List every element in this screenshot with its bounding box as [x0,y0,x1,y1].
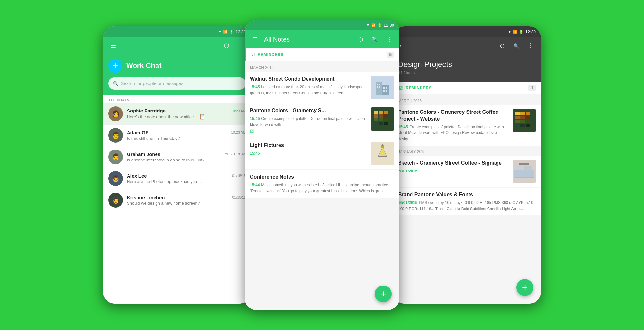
svg-rect-43 [514,170,534,178]
evernote-button-1[interactable]: ⬡ [222,41,232,51]
note-time-fixtures: 15:45 [250,151,260,156]
reminders-bar-2[interactable]: ☑ REMINDERS 5 [245,48,399,61]
reminder-icon-3: ☑ [399,85,403,91]
status-time-2: 12:30 [384,23,394,28]
note-thumb-fixtures [371,142,394,165]
note-body-brand-pantone: PMS cool grey 10 u cmyk: 0 0 0 60 R: 105… [398,200,533,211]
note-title-pantone-3: Pantone Colors - Gramercy Street Coffee … [398,109,509,122]
note-item-brand-pantone[interactable]: Brand Pantone Values & Fonts 16/01/2015 … [393,188,541,215]
note-icon-sophie: 📋 [199,113,205,120]
note-text-pantone-2: Pantone Colors - Gramercy S... 15:45 Cre… [250,107,367,134]
note-time-walnut: 15:45 [250,85,260,89]
svg-rect-12 [374,111,378,114]
svg-rect-14 [384,111,388,114]
svg-rect-31 [520,112,525,115]
month-label-march-2: MARCH 2015 [245,62,399,72]
svg-rect-23 [384,122,388,125]
chat-preview-graham: Is anyone interested in going to In-N-Ou… [127,158,204,162]
chat-time-alex: 01/15/15 [232,174,246,178]
phone-3: ▼ 📶 🔋 12:30 ← ⬡ 🔍 ⋮ [393,26,541,304]
note-text-pantone-3: Pantone Colors - Gramercy Street Coffee … [398,109,509,142]
reminder-count-3: 1 [528,85,536,91]
chat-time-sophie: 10:23 AM [231,109,246,113]
svg-rect-47 [519,163,529,165]
chat-item-graham[interactable]: 👨 Graham Jones YESTERDAY Is anyone inter… [103,146,251,168]
search-placeholder-1: Search for people or messages [121,81,184,86]
avatar-face-adam: 👨 [108,128,123,143]
chat-time-kristine: 01/15/15 [232,195,246,199]
svg-rect-20 [384,118,388,121]
avatar-face-graham: 👨 [108,150,123,164]
note-time-sketch: 28/01/2015 [398,169,417,173]
note-time-pantone-2: 15:45 [250,116,260,121]
search-button-3[interactable]: 🔍 [511,41,522,51]
search-button-2[interactable]: 🔍 [370,34,380,44]
evernote-button-3[interactable]: ⬡ [497,41,507,51]
notes-content-2: ☑ REMINDERS 5 MARCH 2015 Walnut Street C… [245,48,399,310]
status-time-3: 12:30 [525,29,536,34]
phones-container: ▼ 📶 🔋 12:30 ☰ ⬡ ⋮ [0,0,644,330]
fab-plus-icon: + [113,61,118,70]
design-projects-title: Design Projects [398,60,536,69]
reminder-label-2: REMINDERS [258,53,384,57]
note-text-brand-pantone: Brand Pantone Values & Fonts 16/01/2015 … [398,191,536,211]
chat-name-row-alex: Alex Lee 01/15/15 [127,173,246,179]
avatar-sophie: 👩 [108,106,123,121]
note-title-conference: Conference Notes [250,174,394,180]
note-item-sketch[interactable]: Sketch - Gramercy Street Coffee - Signag… [393,156,541,187]
svg-rect-21 [374,122,378,125]
hamburger-icon-1: ☰ [111,42,116,49]
note-item-fixtures[interactable]: Light Fixtures 15:45 [245,138,399,169]
reminder-count-2: 5 [387,52,394,58]
note-item-pantone-3[interactable]: Pantone Colors - Gramercy Street Coffee … [393,105,541,146]
chat-item-adam[interactable]: 👨 Adam GF 10:23 AM Is this still due on … [103,125,251,146]
reminder-icon-2: ☑ [251,52,255,57]
note-title-fixtures: Light Fixtures [250,142,367,149]
status-bar-2: ▼ 📶 🔋 12:30 [245,20,399,30]
note-text-sketch: Sketch - Gramercy Street Coffee - Signag… [398,160,509,183]
add-note-fab-2[interactable]: + [375,286,392,302]
chat-name-sophie: Sophie Partridge [127,108,166,113]
note-item-pantone-2[interactable]: Pantone Colors - Gramercy S... 15:45 Cre… [245,103,399,138]
note-item-conference[interactable]: Conference Notes 15:44 Make something yo… [245,170,399,198]
evernote-icon-2: ⬡ [358,36,363,43]
more-icon-3: ⋮ [528,42,534,49]
avatar-graham: 👨 [108,150,123,164]
hamburger-button-1[interactable]: ☰ [108,41,118,51]
battery-icon-2: 🔋 [377,23,382,27]
battery-icon: 🔋 [229,30,234,34]
note-title-sketch: Sketch - Gramercy Street Coffee - Signag… [398,160,509,167]
note-item-walnut[interactable]: Walnut Street Condo Development 15:45 Lo… [245,72,399,103]
more-icon-1: ⋮ [238,42,244,49]
reminders-bar-3[interactable]: ☑ REMINDERS 1 [393,82,541,94]
chat-item-alex[interactable]: 👨 Alex Lee 01/15/15 Here are the Photosh… [103,168,251,189]
add-note-fab-3[interactable]: + [516,279,533,296]
new-chat-fab[interactable]: + [108,59,122,73]
svg-rect-36 [515,120,520,123]
more-button-2[interactable]: ⋮ [384,34,394,44]
chat-item-sophie[interactable]: 👩 Sophie Partridge 10:23 AM Here's the n… [103,103,251,125]
status-bar-1: ▼ 📶 🔋 12:30 [103,26,251,37]
back-button-3[interactable]: ← [398,41,408,51]
evernote-icon-3: ⬡ [500,43,505,49]
note-title-pantone-2: Pantone Colors - Gramercy S... [250,107,367,114]
evernote-button-2[interactable]: ⬡ [355,34,366,44]
chat-preview-alex: Here are the Photoshop mockups you ... [127,179,202,184]
evernote-icon-1: ⬡ [224,42,229,49]
avatar-alex: 👨 [108,171,123,186]
svg-rect-35 [526,116,530,119]
status-icons-3: ▼ 📶 🔋 12:30 [508,29,536,34]
search-bar-1[interactable]: 🔍 Search for people or messages [108,77,246,90]
more-button-3[interactable]: ⋮ [526,41,536,51]
svg-rect-9 [383,90,385,92]
work-chat-header: + Work Chat 🔍 Search for people or messa… [103,55,251,95]
notes-content-3: ☑ REMINDERS 1 MARCH 2015 Pantone Colors … [393,82,541,304]
hamburger-button-2[interactable]: ☰ [250,34,260,44]
svg-rect-45 [524,166,532,170]
svg-rect-37 [520,120,525,123]
svg-rect-27 [382,144,383,146]
chat-item-kristine[interactable]: 👩 Kristine Linehen 01/15/15 Should we de… [103,189,251,211]
app-bar-title-2: All Notes [264,36,352,43]
signal-icon-2: ▼ [366,23,370,27]
svg-rect-17 [384,114,388,118]
